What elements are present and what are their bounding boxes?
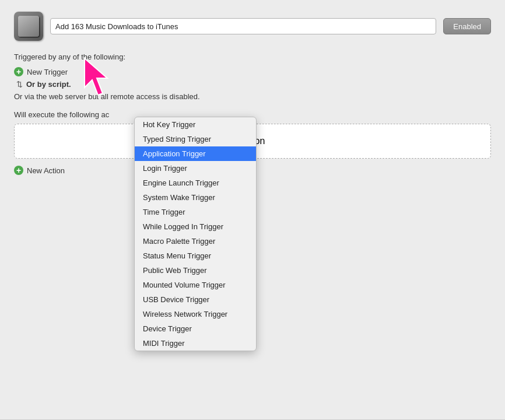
dropdown-item[interactable]: While Logged In Trigger (135, 219, 256, 234)
dropdown-item[interactable]: Macro Palette Trigger (135, 234, 256, 249)
dropdown-item[interactable]: MIDI Trigger (135, 336, 256, 351)
dropdown-item[interactable]: USB Device Trigger (135, 292, 256, 307)
add-action-icon[interactable]: + (14, 166, 23, 175)
add-trigger-icon[interactable]: + (14, 67, 23, 76)
dropdown-item[interactable]: System Wake Trigger (135, 190, 256, 205)
new-trigger-row[interactable]: + New Trigger (14, 67, 491, 76)
new-trigger-label[interactable]: New Trigger (27, 68, 68, 76)
dropdown-item[interactable]: Time Trigger (135, 205, 256, 219)
enabled-button[interactable]: Enabled (443, 18, 491, 34)
dropdown-item[interactable]: Device Trigger (135, 321, 256, 336)
or-script-label: Or by script. (26, 80, 71, 89)
script-icon: ⇅ (16, 80, 23, 89)
dropdown-item[interactable]: Mounted Volume Trigger (135, 278, 256, 292)
app-icon-inner2 (18, 16, 39, 37)
dropdown-item[interactable]: Engine Launch Trigger (135, 176, 256, 190)
app-icon (14, 12, 43, 41)
macro-title-input[interactable] (50, 18, 436, 34)
dropdown-item[interactable]: Hot Key Trigger (135, 117, 256, 132)
new-action-label[interactable]: New Action (27, 166, 65, 175)
dropdown-item[interactable]: Application Trigger (135, 146, 256, 161)
web-server-text: Or via the web server but all remote acc… (14, 92, 491, 101)
trigger-dropdown[interactable]: Hot Key TriggerTyped String TriggerAppli… (134, 117, 257, 351)
dropdown-item[interactable]: Login Trigger (135, 161, 256, 176)
header-row: Enabled (14, 12, 491, 41)
dropdown-item[interactable]: Typed String Trigger (135, 132, 256, 146)
or-script-row: ⇅ Or by script. (16, 80, 491, 89)
dropdown-item[interactable]: Public Web Trigger (135, 263, 256, 278)
dropdown-item[interactable]: Status Menu Trigger (135, 249, 256, 263)
triggered-label: Triggered by any of the following: (14, 52, 491, 61)
dropdown-item[interactable]: Wireless Network Trigger (135, 307, 256, 321)
